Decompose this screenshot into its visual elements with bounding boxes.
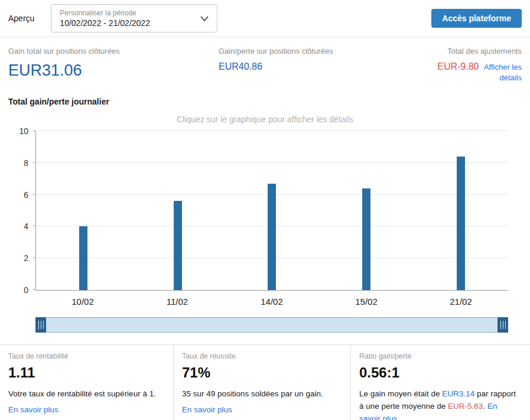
bar-10/02[interactable] — [79, 226, 87, 290]
y-axis-tick-label: 6 — [24, 190, 28, 200]
bar-14/02[interactable] — [268, 184, 276, 290]
card-gain-loss-ratio-desc: Le gain moyen était de EUR3.14 par rappo… — [359, 388, 521, 420]
period-selector-label: Personnaliser la période — [60, 9, 150, 17]
summary-total-gain-value: EUR31.06 — [8, 61, 219, 80]
bar-21/02[interactable] — [457, 157, 465, 290]
bar-15/02[interactable] — [362, 188, 370, 290]
y-axis-tick-label: 8 — [24, 158, 28, 168]
bar-slot-14/02[interactable] — [225, 131, 320, 290]
learn-more-link[interactable]: En savoir plus — [182, 405, 232, 414]
chart-title: Total gain/perte journalier — [0, 89, 530, 106]
show-details-link[interactable]: Afficher les détails — [484, 63, 522, 82]
card-profit-factor-value: 1.11 — [8, 364, 164, 381]
card-gain-loss-ratio: Ratio gain/perte 0.56:1 Le gain moyen ét… — [350, 345, 530, 420]
card-gain-loss-ratio-value: 0.56:1 — [359, 364, 521, 381]
y-axis-tick-label: 0 — [24, 285, 28, 295]
card-win-rate-label: Taux de réussite — [182, 352, 341, 360]
summary-gain-loss-value: EUR40.86 — [219, 61, 431, 72]
y-axis-tick-label: 2 — [24, 253, 28, 263]
average-gain-amount: EUR3.14 — [442, 389, 474, 398]
learn-more-link[interactable]: En savoir plus — [8, 405, 58, 414]
chart-hint: Cliquez sur le graphique pour afficher l… — [0, 115, 530, 124]
desc-text: Le gain moyen était de — [359, 389, 442, 398]
bar-slot-21/02[interactable] — [414, 131, 508, 290]
period-selector-value: 10/02/2022 - 21/02/2022 — [60, 18, 150, 28]
bar-slot-15/02[interactable] — [319, 131, 414, 290]
x-axis-label-15/02: 15/02 — [319, 297, 414, 307]
summary-adjustments: Total des ajustements EUR-9.80 Afficher … — [431, 47, 522, 83]
period-selector[interactable]: Personnaliser la période 10/02/2022 - 21… — [51, 4, 217, 32]
chevron-down-icon — [200, 16, 209, 21]
period-selector-text: Personnaliser la période 10/02/2022 - 21… — [60, 9, 150, 28]
stats-cards: Taux de rentabilité 1.11 Votre taux de r… — [0, 344, 530, 420]
summary-total-gain-label: Gain total sur positions clôturées — [8, 47, 219, 56]
summary-row: Gain total sur positions clôturées EUR31… — [0, 37, 530, 89]
desc-text: . — [483, 402, 487, 411]
slider-left-handle[interactable] — [35, 317, 46, 333]
card-profit-factor: Taux de rentabilité 1.11 Votre taux de r… — [0, 345, 173, 420]
slider-right-handle[interactable] — [498, 317, 508, 333]
card-profit-factor-label: Taux de rentabilité — [8, 352, 164, 360]
card-gain-loss-ratio-label: Ratio gain/perte — [359, 352, 521, 360]
overview-label: Aperçu — [8, 14, 34, 23]
summary-adjustments-value: EUR-9.80 — [437, 61, 479, 71]
summary-gain-loss-label: Gain/perte sur positions clôturées — [219, 47, 431, 56]
bar-slot-11/02[interactable] — [131, 131, 225, 290]
platform-access-button[interactable]: Accès plateforme — [431, 9, 522, 28]
y-axis-tick-label: 10 — [19, 126, 28, 136]
summary-gain-loss: Gain/perte sur positions clôturées EUR40… — [219, 47, 431, 83]
y-axis-tick-label: 4 — [24, 222, 28, 231]
x-axis-label-10/02: 10/02 — [35, 297, 130, 307]
card-win-rate-value: 71% — [182, 364, 341, 381]
bar-slot-10/02[interactable] — [36, 131, 131, 290]
x-axis-labels: 10/0211/0214/0215/0221/02 — [35, 297, 508, 307]
x-axis-label-21/02: 21/02 — [414, 297, 508, 307]
x-axis-label-11/02: 11/02 — [130, 297, 225, 307]
bar-chart[interactable]: 0246810 — [35, 131, 508, 291]
summary-total-gain: Gain total sur positions clôturées EUR31… — [8, 47, 219, 83]
x-axis-label-14/02: 14/02 — [225, 297, 319, 307]
bar-11/02[interactable] — [174, 201, 182, 290]
range-slider[interactable] — [35, 317, 508, 333]
average-loss-amount: EUR-5.63 — [448, 402, 483, 411]
header-bar: Aperçu Personnaliser la période 10/02/20… — [0, 0, 530, 37]
card-win-rate: Taux de réussite 71% 35 sur 49 positions… — [173, 345, 350, 420]
summary-adjustments-label: Total des ajustements — [431, 47, 522, 56]
card-profit-factor-desc: Votre taux de rentabilité est supérieur … — [8, 388, 164, 401]
card-win-rate-desc: 35 sur 49 positions soldées par un gain. — [182, 388, 341, 401]
